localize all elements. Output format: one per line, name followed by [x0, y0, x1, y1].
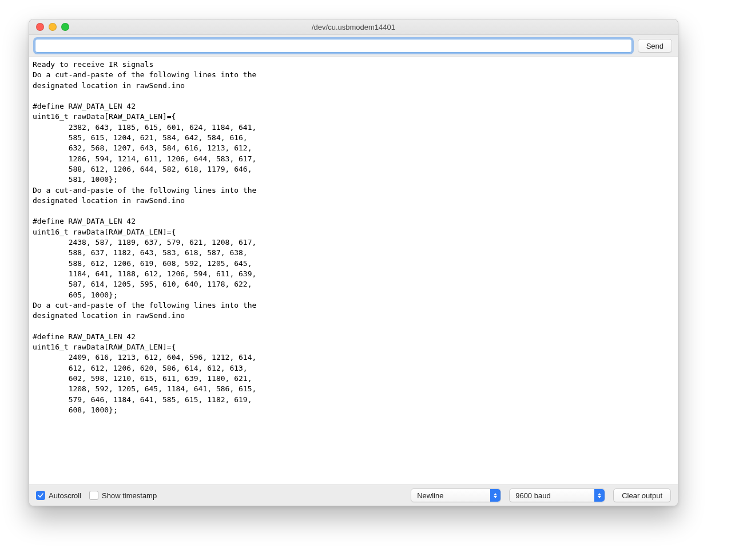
send-toolbar: Send [29, 35, 678, 57]
chevron-updown-icon [594, 489, 605, 502]
baud-rate-select[interactable]: 9600 baud [509, 488, 605, 502]
close-icon[interactable] [36, 23, 44, 31]
serial-output-text: Ready to receive IR signals Do a cut-and… [33, 59, 674, 415]
baud-rate-value: 9600 baud [515, 491, 550, 500]
checkbox-icon [36, 491, 45, 500]
serial-output[interactable]: Ready to receive IR signals Do a cut-and… [29, 57, 678, 484]
footer-bar: Autoscroll Show timestamp Newline 9600 b… [29, 484, 678, 506]
line-ending-value: Newline [417, 491, 443, 500]
window-controls [29, 23, 69, 31]
window-title: /dev/cu.usbmodem14401 [29, 23, 678, 31]
autoscroll-checkbox[interactable]: Autoscroll [36, 491, 81, 500]
chevron-updown-icon [490, 489, 500, 502]
serial-send-input[interactable] [35, 39, 632, 53]
autoscroll-label: Autoscroll [49, 491, 81, 500]
send-button[interactable]: Send [638, 39, 672, 53]
clear-output-button[interactable]: Clear output [613, 488, 671, 502]
line-ending-select[interactable]: Newline [411, 488, 501, 502]
checkbox-icon [89, 491, 98, 500]
zoom-icon[interactable] [61, 23, 69, 31]
minimize-icon[interactable] [49, 23, 57, 31]
titlebar: /dev/cu.usbmodem14401 [29, 19, 678, 35]
show-timestamp-label: Show timestamp [102, 491, 157, 500]
show-timestamp-checkbox[interactable]: Show timestamp [89, 491, 157, 500]
serial-monitor-window: /dev/cu.usbmodem14401 Send Ready to rece… [29, 19, 678, 506]
